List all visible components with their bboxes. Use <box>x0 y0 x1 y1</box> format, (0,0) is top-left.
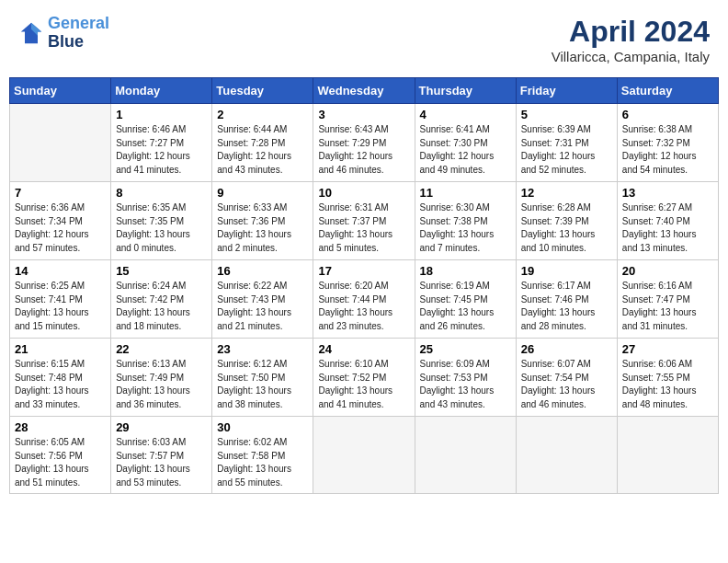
day-number: 20 <box>622 264 713 278</box>
calendar-cell: 11Sunrise: 6:30 AMSunset: 7:38 PMDayligh… <box>415 182 516 260</box>
calendar-cell: 2Sunrise: 6:44 AMSunset: 7:28 PMDaylight… <box>212 104 313 182</box>
day-number: 9 <box>217 186 308 200</box>
main-title: April 2024 <box>552 15 710 49</box>
day-number: 3 <box>318 108 409 121</box>
calendar-cell: 25Sunrise: 6:09 AMSunset: 7:53 PMDayligh… <box>415 339 516 417</box>
logo: General Blue <box>18 15 109 52</box>
logo-text: General Blue <box>48 15 109 52</box>
calendar-cell: 18Sunrise: 6:19 AMSunset: 7:45 PMDayligh… <box>415 260 516 339</box>
day-info: Sunrise: 6:33 AMSunset: 7:36 PMDaylight:… <box>217 201 308 255</box>
calendar-week-row: 7Sunrise: 6:36 AMSunset: 7:34 PMDaylight… <box>10 182 719 260</box>
day-number: 13 <box>622 186 713 200</box>
calendar-cell: 5Sunrise: 6:39 AMSunset: 7:31 PMDaylight… <box>516 104 617 182</box>
calendar-table: SundayMondayTuesdayWednesdayThursdayFrid… <box>9 77 719 494</box>
day-info: Sunrise: 6:41 AMSunset: 7:30 PMDaylight:… <box>420 123 511 177</box>
calendar-cell: 16Sunrise: 6:22 AMSunset: 7:43 PMDayligh… <box>212 260 313 339</box>
calendar-cell: 21Sunrise: 6:15 AMSunset: 7:48 PMDayligh… <box>10 339 111 417</box>
calendar-cell: 14Sunrise: 6:25 AMSunset: 7:41 PMDayligh… <box>10 260 111 339</box>
day-number: 27 <box>622 342 713 356</box>
day-info: Sunrise: 6:05 AMSunset: 7:56 PMDaylight:… <box>15 436 106 489</box>
calendar-cell: 10Sunrise: 6:31 AMSunset: 7:37 PMDayligh… <box>313 182 415 260</box>
day-number: 7 <box>15 186 106 200</box>
day-info: Sunrise: 6:36 AMSunset: 7:34 PMDaylight:… <box>15 201 106 255</box>
day-info: Sunrise: 6:07 AMSunset: 7:54 PMDaylight:… <box>521 358 612 411</box>
calendar-cell: 1Sunrise: 6:46 AMSunset: 7:27 PMDaylight… <box>111 104 212 182</box>
day-info: Sunrise: 6:38 AMSunset: 7:32 PMDaylight:… <box>622 123 713 177</box>
day-info: Sunrise: 6:13 AMSunset: 7:49 PMDaylight:… <box>116 358 207 411</box>
day-number: 17 <box>318 264 409 278</box>
calendar-cell: 23Sunrise: 6:12 AMSunset: 7:50 PMDayligh… <box>212 339 313 417</box>
day-number: 21 <box>15 342 106 356</box>
calendar-cell: 29Sunrise: 6:03 AMSunset: 7:57 PMDayligh… <box>111 417 212 494</box>
calendar-header-row: SundayMondayTuesdayWednesdayThursdayFrid… <box>10 78 719 104</box>
calendar-week-row: 14Sunrise: 6:25 AMSunset: 7:41 PMDayligh… <box>10 260 719 339</box>
calendar-cell: 6Sunrise: 6:38 AMSunset: 7:32 PMDaylight… <box>617 104 718 182</box>
day-number: 25 <box>420 342 511 356</box>
day-info: Sunrise: 6:30 AMSunset: 7:38 PMDaylight:… <box>420 201 511 255</box>
day-number: 10 <box>318 186 409 200</box>
subtitle: Villaricca, Campania, Italy <box>552 49 710 64</box>
day-number: 26 <box>521 342 612 356</box>
day-number: 14 <box>15 264 106 278</box>
day-info: Sunrise: 6:39 AMSunset: 7:31 PMDaylight:… <box>521 123 612 177</box>
calendar-cell <box>617 417 718 494</box>
day-number: 12 <box>521 186 612 200</box>
day-info: Sunrise: 6:27 AMSunset: 7:40 PMDaylight:… <box>622 201 713 255</box>
day-number: 1 <box>116 108 207 121</box>
calendar-cell <box>313 417 415 494</box>
calendar-week-row: 28Sunrise: 6:05 AMSunset: 7:56 PMDayligh… <box>10 417 719 494</box>
calendar-header-saturday: Saturday <box>617 78 718 104</box>
calendar-cell: 17Sunrise: 6:20 AMSunset: 7:44 PMDayligh… <box>313 260 415 339</box>
calendar-cell: 19Sunrise: 6:17 AMSunset: 7:46 PMDayligh… <box>516 260 617 339</box>
day-number: 30 <box>217 420 308 434</box>
calendar-cell: 13Sunrise: 6:27 AMSunset: 7:40 PMDayligh… <box>617 182 718 260</box>
calendar-header-friday: Friday <box>516 78 617 104</box>
day-info: Sunrise: 6:44 AMSunset: 7:28 PMDaylight:… <box>217 123 308 177</box>
day-info: Sunrise: 6:19 AMSunset: 7:45 PMDaylight:… <box>420 280 511 333</box>
calendar-cell: 26Sunrise: 6:07 AMSunset: 7:54 PMDayligh… <box>516 339 617 417</box>
calendar-cell: 15Sunrise: 6:24 AMSunset: 7:42 PMDayligh… <box>111 260 212 339</box>
day-info: Sunrise: 6:35 AMSunset: 7:35 PMDaylight:… <box>116 201 207 255</box>
day-number: 22 <box>116 342 207 356</box>
day-info: Sunrise: 6:17 AMSunset: 7:46 PMDaylight:… <box>521 280 612 333</box>
day-number: 15 <box>116 264 207 278</box>
day-info: Sunrise: 6:12 AMSunset: 7:50 PMDaylight:… <box>217 358 308 411</box>
day-info: Sunrise: 6:20 AMSunset: 7:44 PMDaylight:… <box>318 280 409 333</box>
calendar-cell <box>516 417 617 494</box>
calendar-cell: 30Sunrise: 6:02 AMSunset: 7:58 PMDayligh… <box>212 417 313 494</box>
day-info: Sunrise: 6:16 AMSunset: 7:47 PMDaylight:… <box>622 280 713 333</box>
day-number: 2 <box>217 108 308 121</box>
day-number: 29 <box>116 420 207 434</box>
day-number: 28 <box>15 420 106 434</box>
day-info: Sunrise: 6:03 AMSunset: 7:57 PMDaylight:… <box>116 436 207 489</box>
day-number: 16 <box>217 264 308 278</box>
day-number: 24 <box>318 342 409 356</box>
day-number: 8 <box>116 186 207 200</box>
day-info: Sunrise: 6:09 AMSunset: 7:53 PMDaylight:… <box>420 358 511 411</box>
day-info: Sunrise: 6:25 AMSunset: 7:41 PMDaylight:… <box>15 280 106 333</box>
calendar-cell: 22Sunrise: 6:13 AMSunset: 7:49 PMDayligh… <box>111 339 212 417</box>
calendar-cell: 27Sunrise: 6:06 AMSunset: 7:55 PMDayligh… <box>617 339 718 417</box>
calendar-cell: 12Sunrise: 6:28 AMSunset: 7:39 PMDayligh… <box>516 182 617 260</box>
calendar-header-wednesday: Wednesday <box>313 78 415 104</box>
calendar-cell: 4Sunrise: 6:41 AMSunset: 7:30 PMDaylight… <box>415 104 516 182</box>
day-number: 18 <box>420 264 511 278</box>
day-number: 19 <box>521 264 612 278</box>
day-info: Sunrise: 6:06 AMSunset: 7:55 PMDaylight:… <box>622 358 713 411</box>
calendar-cell <box>415 417 516 494</box>
calendar-header-sunday: Sunday <box>10 78 111 104</box>
day-info: Sunrise: 6:24 AMSunset: 7:42 PMDaylight:… <box>116 280 207 333</box>
day-number: 6 <box>622 108 713 121</box>
day-info: Sunrise: 6:02 AMSunset: 7:58 PMDaylight:… <box>217 436 308 489</box>
day-info: Sunrise: 6:22 AMSunset: 7:43 PMDaylight:… <box>217 280 308 333</box>
day-info: Sunrise: 6:31 AMSunset: 7:37 PMDaylight:… <box>318 201 409 255</box>
calendar-cell: 7Sunrise: 6:36 AMSunset: 7:34 PMDaylight… <box>10 182 111 260</box>
day-info: Sunrise: 6:10 AMSunset: 7:52 PMDaylight:… <box>318 358 409 411</box>
calendar-cell: 20Sunrise: 6:16 AMSunset: 7:47 PMDayligh… <box>617 260 718 339</box>
calendar-cell: 28Sunrise: 6:05 AMSunset: 7:56 PMDayligh… <box>10 417 111 494</box>
day-info: Sunrise: 6:15 AMSunset: 7:48 PMDaylight:… <box>15 358 106 411</box>
calendar-week-row: 1Sunrise: 6:46 AMSunset: 7:27 PMDaylight… <box>10 104 719 182</box>
day-number: 4 <box>420 108 511 121</box>
calendar-cell: 8Sunrise: 6:35 AMSunset: 7:35 PMDaylight… <box>111 182 212 260</box>
calendar-cell <box>10 104 111 182</box>
